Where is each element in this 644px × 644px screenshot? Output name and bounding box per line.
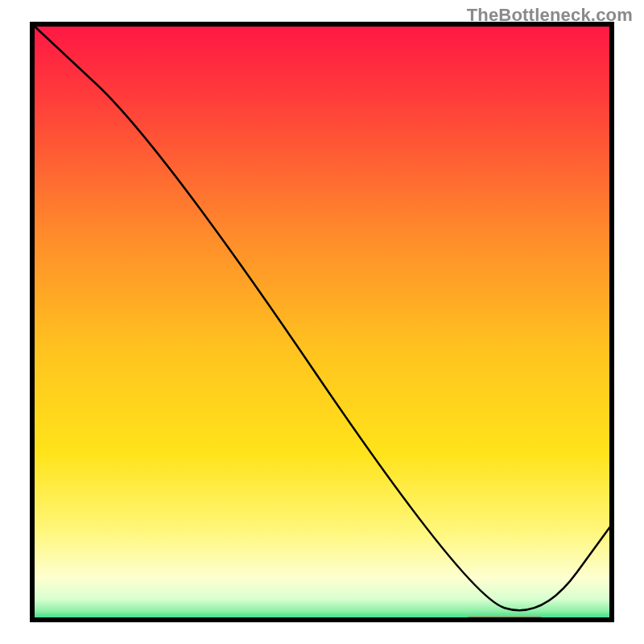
chart-container: TheBottleneck.com: [0, 0, 644, 644]
plot-background: [32, 24, 612, 620]
attribution-text: TheBottleneck.com: [467, 5, 633, 26]
chart-svg: [0, 0, 644, 644]
